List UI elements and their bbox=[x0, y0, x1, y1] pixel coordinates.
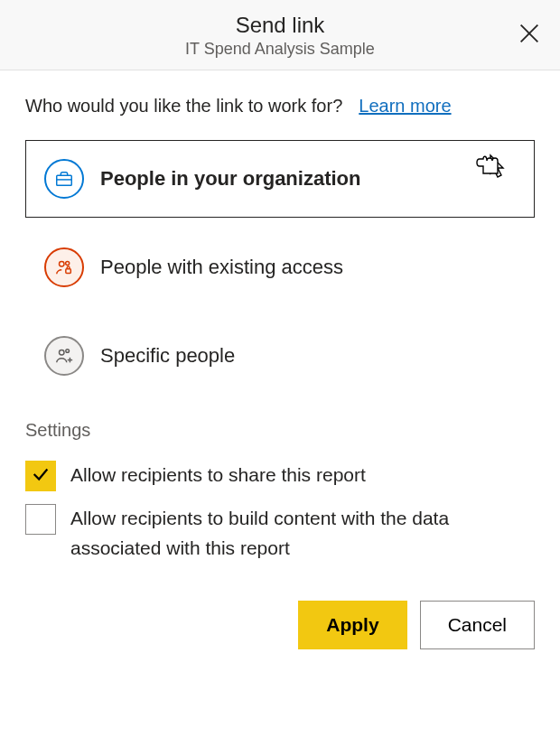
checkbox-row-allow-build: Allow recipients to build content with t… bbox=[25, 504, 535, 563]
learn-more-link[interactable]: Learn more bbox=[359, 96, 451, 117]
svg-point-5 bbox=[66, 261, 70, 265]
briefcase-icon bbox=[44, 159, 84, 199]
dialog-body: Who would you like the link to work for?… bbox=[0, 70, 560, 563]
svg-point-4 bbox=[60, 262, 65, 267]
option-specific-people[interactable]: Specific people bbox=[25, 317, 535, 395]
people-lock-icon bbox=[44, 247, 84, 287]
cursor-icon bbox=[472, 148, 509, 184]
svg-rect-2 bbox=[57, 175, 72, 185]
option-label: Specific people bbox=[100, 344, 235, 368]
settings-title: Settings bbox=[25, 420, 535, 441]
checkbox-label: Allow recipients to build content with t… bbox=[70, 504, 535, 563]
checkbox-allow-build[interactable] bbox=[25, 504, 56, 535]
prompt-text: Who would you like the link to work for? bbox=[25, 96, 342, 117]
apply-button[interactable]: Apply bbox=[298, 601, 406, 649]
option-people-in-org[interactable]: People in your organization bbox=[25, 140, 535, 218]
svg-point-8 bbox=[66, 350, 70, 353]
dialog-subtitle: IT Spend Analysis Sample bbox=[18, 40, 542, 59]
checkbox-row-allow-share: Allow recipients to share this report bbox=[25, 461, 535, 491]
prompt-row: Who would you like the link to work for?… bbox=[25, 96, 535, 117]
close-button[interactable] bbox=[515, 20, 544, 49]
option-label: People in your organization bbox=[100, 167, 360, 191]
settings-section: Settings Allow recipients to share this … bbox=[25, 420, 535, 563]
checkbox-label: Allow recipients to share this report bbox=[70, 461, 366, 490]
option-label: People with existing access bbox=[100, 256, 343, 279]
checkbox-allow-share[interactable] bbox=[25, 461, 56, 491]
svg-point-7 bbox=[60, 350, 65, 356]
dialog-footer: Apply Cancel bbox=[0, 575, 560, 649]
dialog-title: Send link bbox=[18, 13, 542, 38]
option-existing-access[interactable]: People with existing access bbox=[25, 229, 535, 306]
check-icon bbox=[31, 464, 51, 488]
dialog-header: Send link IT Spend Analysis Sample bbox=[0, 0, 560, 70]
cancel-button[interactable]: Cancel bbox=[420, 601, 535, 649]
svg-rect-6 bbox=[66, 269, 71, 274]
people-add-icon bbox=[44, 336, 84, 376]
close-icon bbox=[517, 35, 542, 49]
